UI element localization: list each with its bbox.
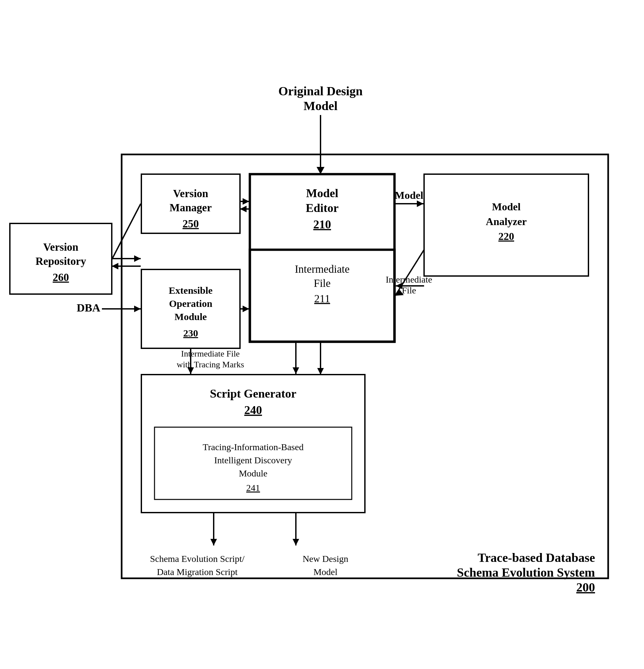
version-repo-number: 260 [53, 271, 69, 283]
extensible-title2: Operation [169, 298, 212, 309]
svg-line-38 [240, 342, 286, 374]
script-gen-number: 240 [244, 403, 262, 417]
svg-rect-5 [141, 174, 240, 233]
system-number: 200 [576, 580, 595, 594]
model-editor-title2: Editor [306, 201, 339, 215]
model-analyzer-title: Model [492, 201, 520, 213]
original-design-label: Original Design [278, 84, 363, 98]
svg-line-19 [395, 250, 424, 296]
intermediate-file-label: Intermediate [386, 274, 432, 285]
diagram-svg: Trace-based Database Schema Evolution Sy… [0, 0, 644, 669]
svg-marker-15 [240, 206, 247, 212]
model-analyzer-number: 220 [499, 230, 514, 242]
model-editor-number: 210 [313, 218, 331, 231]
tracing-module-number: 241 [246, 483, 260, 493]
intermediate-file-number: 211 [314, 293, 330, 304]
svg-rect-23 [141, 269, 240, 348]
tracing-module-title: Tracing-Information-Based [203, 442, 304, 452]
svg-rect-0 [122, 154, 608, 578]
original-design-label2: Model [304, 99, 337, 113]
svg-marker-27 [242, 305, 249, 312]
version-manager-number: 250 [182, 218, 199, 230]
svg-rect-3 [250, 174, 394, 342]
tracing-module-title2: Intelligent Discovery [214, 455, 292, 465]
svg-marker-11 [112, 263, 118, 269]
svg-marker-18 [417, 200, 423, 207]
model-label: Model [394, 189, 423, 201]
tracing-marks-label2: with Tracing Marks [177, 360, 244, 369]
tracing-marks-label: Intermediate File [181, 349, 240, 358]
extensible-title: Extensible [169, 285, 212, 296]
svg-rect-6 [10, 224, 112, 294]
new-design-label: New Design [303, 554, 348, 564]
svg-marker-40 [317, 368, 324, 374]
intermediate-file-title2: File [313, 277, 331, 289]
version-manager-title: Version [173, 188, 208, 199]
system-title2: Schema Evolution System [457, 566, 595, 579]
svg-rect-28 [141, 374, 365, 513]
svg-rect-4 [250, 250, 394, 342]
intermediate-file-title: Intermediate [295, 263, 350, 275]
svg-marker-22 [396, 283, 402, 289]
model-analyzer-title2: Analyzer [486, 216, 527, 227]
page-title [0, 0, 644, 20]
svg-marker-25 [134, 305, 141, 312]
version-manager-title2: Manager [170, 202, 212, 214]
svg-rect-29 [154, 427, 352, 499]
dba-label: DBA [76, 302, 100, 314]
extensible-number: 230 [183, 328, 198, 339]
schema-script-label2: Data Migration Script [157, 567, 238, 577]
svg-marker-37 [293, 539, 299, 545]
svg-marker-9 [134, 255, 141, 262]
svg-marker-31 [187, 367, 194, 374]
system-title: Trace-based Database [478, 551, 595, 565]
new-design-label2: Model [313, 567, 337, 577]
intermediate-file-label2: File [402, 285, 416, 295]
script-gen-title: Script Generator [210, 387, 296, 400]
svg-marker-35 [210, 539, 217, 545]
svg-marker-33 [293, 367, 299, 374]
version-repo-title2: Repository [36, 255, 86, 267]
svg-marker-13 [242, 198, 249, 205]
schema-script-label: Schema Evolution Script/ [150, 554, 244, 564]
tracing-module-title3: Module [239, 468, 267, 479]
svg-marker-2 [317, 167, 324, 174]
extensible-title3: Module [174, 311, 207, 322]
svg-marker-20 [395, 290, 404, 296]
version-repo-title: Version [43, 241, 79, 253]
svg-line-7 [112, 204, 141, 260]
svg-rect-16 [424, 174, 588, 276]
model-editor-title: Model [306, 187, 338, 200]
